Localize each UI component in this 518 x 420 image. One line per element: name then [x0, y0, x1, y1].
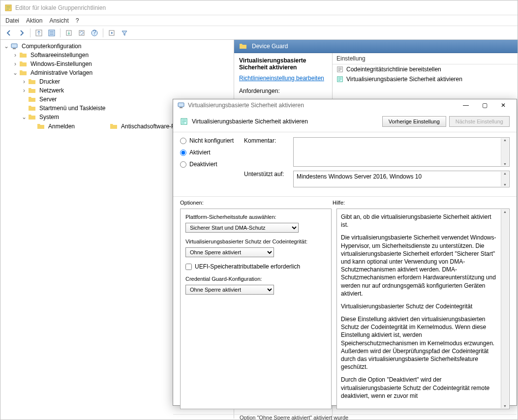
platform-label: Plattform-Sicherheitsstufe auswählen:	[185, 214, 326, 220]
header-title: Device Guard	[252, 43, 288, 50]
tree-item[interactable]: ›Windows-Einstellungen	[3, 60, 234, 68]
cg-select[interactable]: Ohne Sperre aktiviert	[185, 285, 274, 295]
policy-row[interactable]: Virtualisierungsbasierte Sicherheit akti…	[333, 74, 518, 84]
column-header[interactable]: Einstellung	[333, 53, 518, 64]
radio-not-configured[interactable]: Nicht konfiguriert	[180, 137, 244, 144]
dialog-titlebar[interactable]: Virtualisierungsbasierte Sicherheit akti…	[173, 99, 517, 111]
help-button[interactable]: ?	[89, 28, 100, 38]
collapse-icon[interactable]: ⌄	[21, 113, 27, 121]
expand-icon[interactable]: ›	[12, 60, 18, 68]
cg-label: Credential Guard-Konfiguration:	[185, 276, 326, 282]
vci-select[interactable]: Ohne Sperre aktiviert	[185, 247, 274, 257]
menu-help[interactable]: ?	[76, 17, 79, 24]
tree-item[interactable]: Anmelden	[3, 122, 76, 131]
expand-icon[interactable]: ›	[12, 51, 18, 60]
separator	[30, 29, 30, 37]
uefi-checkbox[interactable]: UEFI-Speicherattributtabelle erforderlic…	[185, 263, 326, 270]
dialog-icon	[177, 101, 185, 109]
options-box: Plattform-Sicherheitsstufe auswählen: Si…	[180, 209, 332, 409]
prev-setting-button[interactable]: Vorherige Einstellung	[382, 116, 446, 127]
expand-icon[interactable]: ›	[21, 86, 27, 95]
vci-label: Virtualisierungsbasierter Schutz der Cod…	[185, 239, 326, 244]
policy-row[interactable]: Codeintegritätsrichtlinie bereitstellen	[333, 64, 518, 74]
dialog-footer: OK Abbrechen Übernehmen	[173, 414, 517, 420]
forward-button[interactable]	[16, 28, 27, 38]
edit-link[interactable]: Richtlinieneinstellung bearbeiten	[239, 75, 327, 82]
list-button[interactable]	[46, 28, 57, 38]
tree-item[interactable]: ⌄Administrative Vorlagen	[3, 68, 234, 77]
close-button[interactable]: ✕	[494, 99, 513, 111]
supported-field: Mindestens Windows Server 2016, Windows …	[293, 171, 510, 187]
tree-root[interactable]: ⌄Computerkonfiguration	[3, 42, 234, 51]
help-label: Hilfe:	[333, 200, 510, 206]
dialog-title: Virtualisierungsbasierte Sicherheit akti…	[188, 102, 304, 109]
up-button[interactable]	[33, 28, 44, 38]
back-button[interactable]	[3, 28, 14, 38]
export-button[interactable]	[63, 28, 74, 38]
options-label: Optionen:	[180, 200, 333, 206]
play-button[interactable]	[106, 28, 117, 38]
menubar: Datei Aktion Ansicht ?	[0, 15, 518, 26]
separator	[60, 29, 61, 37]
expand-icon[interactable]: ›	[21, 77, 27, 86]
dialog-header: Virtualisierungsbasierte Sicherheit akti…	[173, 111, 517, 132]
svg-text:?: ?	[93, 30, 96, 36]
help-text: Gibt an, ob die virtualisierungsbasierte…	[341, 213, 497, 229]
menu-action[interactable]: Aktion	[26, 17, 42, 24]
tree-item[interactable]: ›Softwareeinstellungen	[3, 51, 234, 60]
window-title: Editor für lokale Gruppenrichtlinien	[15, 4, 106, 11]
main-window: Editor für lokale Gruppenrichtlinien Dat…	[0, 0, 518, 420]
next-setting-button: Nächste Einstellung	[449, 116, 510, 127]
help-text: Die virtualisierungsbasierte Sicherheit …	[341, 234, 497, 298]
radio-enabled[interactable]: Aktiviert	[180, 149, 244, 156]
policy-name: Virtualisierungsbasierte Sicherheit akti…	[239, 57, 327, 71]
requirements-label: Anforderungen:	[239, 88, 327, 94]
menu-file[interactable]: Datei	[5, 17, 19, 24]
help-box[interactable]: Gibt an, ob die virtualisierungsbasierte…	[336, 209, 510, 409]
tree-item[interactable]: ›Drucker	[3, 77, 234, 86]
radio-disabled[interactable]: Deaktiviert	[180, 161, 244, 168]
policy-icon	[336, 66, 343, 73]
collapse-icon[interactable]: ⌄	[12, 68, 18, 77]
folder-icon	[239, 42, 247, 50]
help-text: Diese Einstellung aktiviert den virtuali…	[341, 315, 497, 371]
titlebar: Editor für lokale Gruppenrichtlinien	[0, 0, 518, 15]
right-header: Device Guard	[234, 40, 518, 53]
minimize-button[interactable]: —	[457, 99, 475, 111]
help-text: Durch die Option "Deaktiviert" wird der …	[341, 376, 497, 400]
policy-icon	[180, 118, 188, 125]
policy-icon	[336, 76, 343, 83]
help-text: Virtualisierungsbasierter Schutz der Cod…	[341, 302, 497, 310]
comment-label: Kommentar:	[244, 137, 293, 167]
collapse-icon[interactable]: ⌄	[3, 42, 9, 51]
comment-field[interactable]: ▲▼	[293, 137, 510, 167]
toolbar: ?	[0, 26, 518, 40]
dialog-mid-labels: Optionen: Hilfe:	[173, 197, 517, 209]
app-icon	[4, 4, 12, 12]
filter-button[interactable]	[119, 28, 130, 38]
dialog-body: Plattform-Sicherheitsstufe auswählen: Si…	[173, 209, 517, 414]
menu-view[interactable]: Ansicht	[49, 17, 68, 24]
tree-item[interactable]: ›Netzwerk	[3, 86, 234, 95]
platform-select[interactable]: Sicherer Start und DMA-Schutz	[185, 223, 299, 233]
dialog-heading: Virtualisierungsbasierte Sicherheit akti…	[192, 118, 382, 125]
maximize-button[interactable]: ▢	[475, 99, 494, 111]
dialog-state-row: Nicht konfiguriert Aktiviert Deaktiviert…	[173, 132, 517, 197]
policy-dialog: Virtualisierungsbasierte Sicherheit akti…	[173, 99, 517, 406]
supported-label: Unterstützt auf:	[244, 171, 293, 187]
separator	[103, 29, 103, 37]
refresh-button[interactable]	[76, 28, 87, 38]
